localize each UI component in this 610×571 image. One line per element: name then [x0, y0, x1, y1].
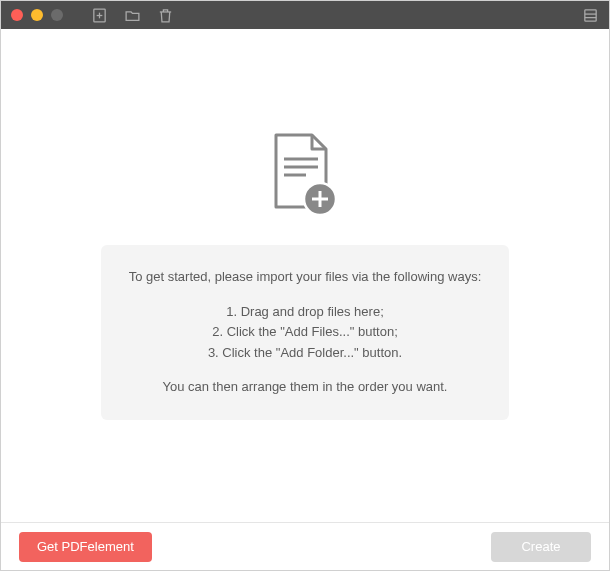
instruction-panel: To get started, please import your files… [101, 245, 509, 419]
instruction-step-3: 3. Click the "Add Folder..." button. [119, 343, 491, 363]
add-document-icon [266, 131, 344, 225]
trash-icon[interactable] [157, 7, 174, 24]
instruction-intro: To get started, please import your files… [119, 267, 491, 288]
instruction-steps: 1. Drag and drop files here; 2. Click th… [119, 302, 491, 362]
minimize-window-button[interactable] [31, 9, 43, 21]
create-button: Create [491, 532, 591, 562]
maximize-window-button[interactable] [51, 9, 63, 21]
drop-zone[interactable]: To get started, please import your files… [1, 29, 609, 522]
toolbar-right [582, 7, 599, 24]
instruction-step-2: 2. Click the "Add Files..." button; [119, 322, 491, 342]
toolbar [91, 7, 174, 24]
titlebar [1, 1, 609, 29]
app-window: To get started, please import your files… [0, 0, 610, 571]
instruction-outro: You can then arrange them in the order y… [119, 377, 491, 398]
list-view-icon[interactable] [582, 7, 599, 24]
add-folder-icon[interactable] [124, 7, 141, 24]
get-pdfelement-button[interactable]: Get PDFelement [19, 532, 152, 562]
svg-rect-3 [585, 9, 596, 20]
add-files-icon[interactable] [91, 7, 108, 24]
close-window-button[interactable] [11, 9, 23, 21]
footer: Get PDFelement Create [1, 522, 609, 570]
instruction-step-1: 1. Drag and drop files here; [119, 302, 491, 322]
window-controls [11, 9, 63, 21]
